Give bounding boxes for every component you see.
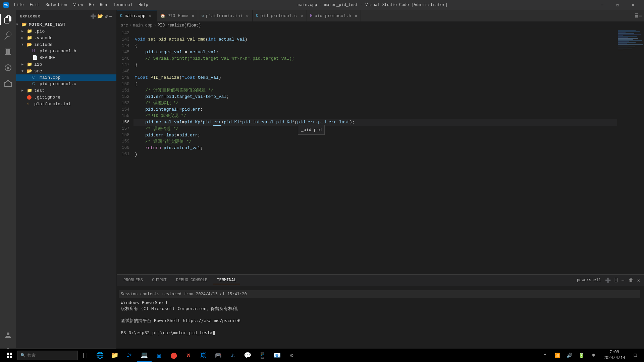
- close-button[interactable]: ✕: [625, 0, 641, 10]
- systray-up[interactable]: ⌃: [540, 349, 550, 362]
- breadcrumb-src[interactable]: src: [121, 23, 128, 28]
- tree-item-pid-h[interactable]: H pid-protocol.h: [16, 48, 116, 54]
- activity-extensions[interactable]: [0, 76, 16, 92]
- tab-split-icon[interactable]: ⌸: [635, 13, 638, 19]
- taskbar-wps[interactable]: W: [181, 349, 196, 362]
- tab-more-icon[interactable]: ⋯: [639, 13, 642, 19]
- menu-edit[interactable]: Edit: [27, 1, 42, 9]
- tab-pid-protocol-c[interactable]: C pid-protocol.c ✕: [253, 10, 307, 21]
- new-folder-icon[interactable]: 📂: [97, 13, 103, 19]
- pio-folder-icon: 📁: [27, 28, 33, 34]
- menu-file[interactable]: File: [11, 1, 26, 9]
- tok: .: [305, 119, 308, 125]
- menu-run[interactable]: Run: [97, 1, 110, 9]
- tok: pid: [224, 119, 231, 125]
- tree-item-lib[interactable]: ▶ 📁 lib: [16, 61, 116, 68]
- tab-platformio-ini[interactable]: ⚙ platformio.ini ✕: [198, 10, 253, 21]
- taskbar-chrome[interactable]: ⬤: [166, 349, 181, 362]
- menu-terminal[interactable]: Terminal: [110, 1, 135, 9]
- activity-run-debug[interactable]: [0, 60, 16, 76]
- minimize-button[interactable]: ─: [594, 0, 610, 10]
- taskbar-vscode-active[interactable]: 💻: [137, 349, 152, 362]
- tree-item-main-cpp[interactable]: C main.cpp: [16, 74, 116, 81]
- tree-item-pid-c[interactable]: C pid-protocol.c: [16, 81, 116, 87]
- tok: target_val: [177, 94, 203, 100]
- tab-debug-console[interactable]: DEBUG CONSOLE: [172, 277, 212, 284]
- taskbar-qq[interactable]: 💬: [240, 349, 255, 362]
- maximize-button[interactable]: ☐: [610, 0, 625, 10]
- tok: err: [193, 106, 200, 113]
- systray-network[interactable]: 📶: [552, 349, 562, 362]
- tree-root[interactable]: ▼ 📂 MOTOR_PID_TEST: [16, 21, 116, 28]
- systray-volume[interactable]: 🔊: [565, 349, 574, 362]
- tab-platformio-ini-close[interactable]: ✕: [246, 13, 249, 19]
- tab-controls: ⌸ ⋯: [633, 10, 644, 21]
- taskbar-app13[interactable]: 📧: [270, 349, 284, 362]
- terminal-close-icon[interactable]: ✕: [636, 277, 641, 284]
- taskbar-search[interactable]: 🔍: [17, 351, 78, 360]
- terminal-body[interactable]: Session contents restored from 2024/4/13…: [117, 286, 644, 355]
- menu-selection[interactable]: Selection: [43, 1, 70, 9]
- taskbar-term[interactable]: ▣: [152, 349, 166, 362]
- ln-149: 149: [117, 74, 129, 81]
- collapse-icon[interactable]: ⋯: [109, 13, 112, 19]
- terminal-more-icon[interactable]: ⋯: [620, 277, 626, 284]
- tab-bar: C main.cpp ✕ 🏠 PIO Home ✕ ⚙ platformio.i…: [117, 10, 644, 22]
- tab-pio-home[interactable]: 🏠 PIO Home ✕: [157, 10, 198, 21]
- activity-search[interactable]: [0, 27, 16, 44]
- code-line-149: float PID_realize(float temp_val): [133, 74, 617, 81]
- ln-160: 160: [117, 144, 129, 151]
- tab-terminal[interactable]: TERMINAL: [213, 277, 240, 284]
- tab-pid-protocol-h[interactable]: H pid-protocol.h ✕: [307, 10, 361, 21]
- tree-item-src[interactable]: ▼ 📂 src: [16, 68, 116, 74]
- activity-account[interactable]: [0, 327, 16, 343]
- taskbar-store[interactable]: 🛍: [122, 349, 137, 362]
- taskbar-explorer[interactable]: 📁: [107, 349, 122, 362]
- tree-item-platformio-ini[interactable]: ⚡ platformio.ini: [16, 101, 116, 107]
- tree-item-test[interactable]: ▶ 📁 test: [16, 87, 116, 94]
- taskbar-clock[interactable]: 7:09 2024/4/14: [601, 350, 628, 361]
- taskbar-edge[interactable]: 🌐: [93, 349, 107, 362]
- systray-battery[interactable]: 🔋: [577, 349, 586, 362]
- menu-help[interactable]: Help: [136, 1, 151, 9]
- taskbar-task-view[interactable]: ❘❘: [78, 349, 93, 362]
- terminal-split-icon[interactable]: ⌸: [613, 277, 619, 284]
- tab-pio-home-close[interactable]: ✕: [192, 13, 194, 19]
- taskbar-search-input[interactable]: [28, 353, 75, 358]
- tree-item-pio[interactable]: ▶ 📁 .pio: [16, 28, 116, 35]
- menu-go[interactable]: Go: [86, 1, 96, 9]
- taskbar-photos[interactable]: 🖼: [196, 349, 211, 362]
- systray-show-desktop[interactable]: □: [631, 349, 640, 362]
- code-editor[interactable]: 142 143 144 145 146 147 148 149 150 151 …: [117, 29, 644, 274]
- tok: (: [179, 74, 182, 81]
- minimap: [617, 29, 644, 274]
- menu-view[interactable]: View: [70, 1, 86, 9]
- taskbar-wechat[interactable]: 📱: [255, 349, 270, 362]
- activity-explorer[interactable]: [0, 11, 16, 27]
- taskbar-app10[interactable]: ⚓: [225, 349, 240, 362]
- tree-item-readme[interactable]: 📄 README: [16, 54, 116, 61]
- refresh-icon[interactable]: ↺: [105, 13, 108, 19]
- terminal-copyright: 版权所有 (C) Microsoft Corporation。保留所有权利。: [121, 306, 640, 312]
- terminal-add-icon[interactable]: ➕: [604, 277, 612, 284]
- new-file-icon[interactable]: ➕: [90, 13, 96, 19]
- tree-item-gitignore[interactable]: ⬤ .gitignore: [16, 94, 116, 101]
- breadcrumb-func[interactable]: PID_realize(float): [158, 23, 201, 28]
- tree-item-vscode[interactable]: ▶ 📁 .vscode: [16, 35, 116, 41]
- tok: [135, 94, 145, 100]
- tok: }: [135, 151, 138, 158]
- tab-pid-protocol-h-close[interactable]: ✕: [355, 13, 357, 19]
- start-button[interactable]: [1, 349, 17, 362]
- tab-main-cpp[interactable]: C main.cpp ✕: [117, 10, 157, 21]
- tree-item-include[interactable]: ▼ 📂 include: [16, 41, 116, 48]
- tab-main-cpp-close[interactable]: ✕: [149, 13, 152, 19]
- terminal-kill-icon[interactable]: 🗑: [627, 277, 635, 284]
- breadcrumb-file[interactable]: main.cpp: [133, 23, 153, 28]
- tab-problems[interactable]: PROBLEMS: [119, 277, 147, 284]
- tab-pid-protocol-c-close[interactable]: ✕: [300, 13, 303, 19]
- systray-ime[interactable]: 中: [589, 349, 598, 362]
- activity-source-control[interactable]: [0, 44, 16, 60]
- tab-output[interactable]: OUTPUT: [148, 277, 171, 284]
- taskbar-app9[interactable]: 🎮: [211, 349, 225, 362]
- taskbar-app14[interactable]: ⚙: [284, 349, 299, 362]
